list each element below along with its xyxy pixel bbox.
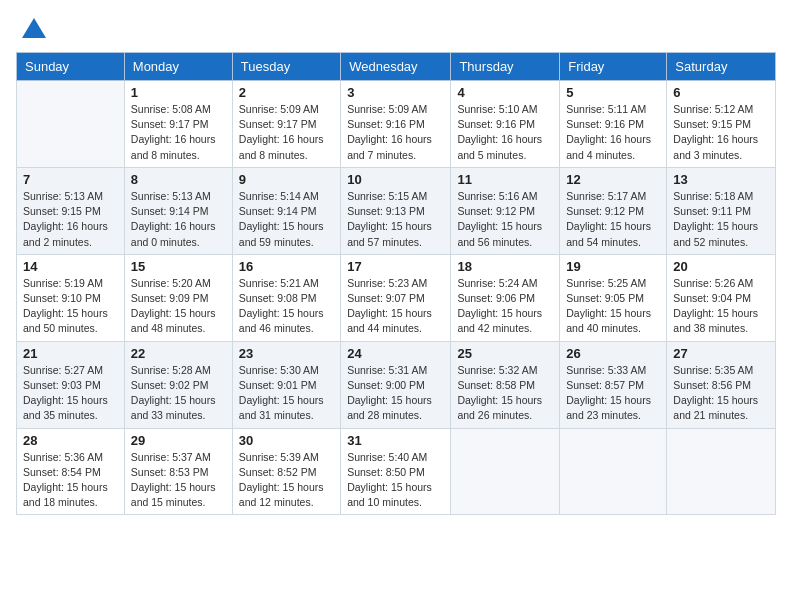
day-number: 28 (23, 433, 118, 448)
page-header (16, 16, 776, 44)
day-info: Sunrise: 5:40 AMSunset: 8:50 PMDaylight:… (347, 450, 444, 511)
day-number: 8 (131, 172, 226, 187)
week-row-2: 7Sunrise: 5:13 AMSunset: 9:15 PMDaylight… (17, 167, 776, 254)
day-info: Sunrise: 5:32 AMSunset: 8:58 PMDaylight:… (457, 363, 553, 424)
day-info: Sunrise: 5:09 AMSunset: 9:16 PMDaylight:… (347, 102, 444, 163)
day-cell: 18Sunrise: 5:24 AMSunset: 9:06 PMDayligh… (451, 254, 560, 341)
day-cell: 12Sunrise: 5:17 AMSunset: 9:12 PMDayligh… (560, 167, 667, 254)
day-cell: 28Sunrise: 5:36 AMSunset: 8:54 PMDayligh… (17, 428, 125, 515)
day-number: 27 (673, 346, 769, 361)
day-info: Sunrise: 5:31 AMSunset: 9:00 PMDaylight:… (347, 363, 444, 424)
week-row-3: 14Sunrise: 5:19 AMSunset: 9:10 PMDayligh… (17, 254, 776, 341)
day-cell: 10Sunrise: 5:15 AMSunset: 9:13 PMDayligh… (341, 167, 451, 254)
day-cell: 15Sunrise: 5:20 AMSunset: 9:09 PMDayligh… (124, 254, 232, 341)
day-info: Sunrise: 5:35 AMSunset: 8:56 PMDaylight:… (673, 363, 769, 424)
day-info: Sunrise: 5:24 AMSunset: 9:06 PMDaylight:… (457, 276, 553, 337)
day-cell (560, 428, 667, 515)
day-cell: 23Sunrise: 5:30 AMSunset: 9:01 PMDayligh… (232, 341, 340, 428)
header-friday: Friday (560, 53, 667, 81)
header-sunday: Sunday (17, 53, 125, 81)
day-info: Sunrise: 5:37 AMSunset: 8:53 PMDaylight:… (131, 450, 226, 511)
day-cell: 20Sunrise: 5:26 AMSunset: 9:04 PMDayligh… (667, 254, 776, 341)
calendar-body: 1Sunrise: 5:08 AMSunset: 9:17 PMDaylight… (17, 81, 776, 515)
day-cell: 21Sunrise: 5:27 AMSunset: 9:03 PMDayligh… (17, 341, 125, 428)
day-cell: 2Sunrise: 5:09 AMSunset: 9:17 PMDaylight… (232, 81, 340, 168)
day-info: Sunrise: 5:27 AMSunset: 9:03 PMDaylight:… (23, 363, 118, 424)
day-number: 21 (23, 346, 118, 361)
day-cell: 13Sunrise: 5:18 AMSunset: 9:11 PMDayligh… (667, 167, 776, 254)
day-number: 3 (347, 85, 444, 100)
day-info: Sunrise: 5:23 AMSunset: 9:07 PMDaylight:… (347, 276, 444, 337)
day-cell: 8Sunrise: 5:13 AMSunset: 9:14 PMDaylight… (124, 167, 232, 254)
day-cell: 11Sunrise: 5:16 AMSunset: 9:12 PMDayligh… (451, 167, 560, 254)
day-info: Sunrise: 5:08 AMSunset: 9:17 PMDaylight:… (131, 102, 226, 163)
day-number: 11 (457, 172, 553, 187)
day-number: 14 (23, 259, 118, 274)
day-cell: 1Sunrise: 5:08 AMSunset: 9:17 PMDaylight… (124, 81, 232, 168)
day-info: Sunrise: 5:26 AMSunset: 9:04 PMDaylight:… (673, 276, 769, 337)
day-cell: 27Sunrise: 5:35 AMSunset: 8:56 PMDayligh… (667, 341, 776, 428)
day-info: Sunrise: 5:12 AMSunset: 9:15 PMDaylight:… (673, 102, 769, 163)
day-info: Sunrise: 5:25 AMSunset: 9:05 PMDaylight:… (566, 276, 660, 337)
day-number: 1 (131, 85, 226, 100)
day-number: 7 (23, 172, 118, 187)
day-info: Sunrise: 5:13 AMSunset: 9:14 PMDaylight:… (131, 189, 226, 250)
logo-icon (20, 16, 48, 44)
day-number: 6 (673, 85, 769, 100)
day-cell (667, 428, 776, 515)
day-info: Sunrise: 5:20 AMSunset: 9:09 PMDaylight:… (131, 276, 226, 337)
day-info: Sunrise: 5:18 AMSunset: 9:11 PMDaylight:… (673, 189, 769, 250)
header-tuesday: Tuesday (232, 53, 340, 81)
logo (16, 16, 48, 44)
day-info: Sunrise: 5:28 AMSunset: 9:02 PMDaylight:… (131, 363, 226, 424)
day-number: 10 (347, 172, 444, 187)
header-monday: Monday (124, 53, 232, 81)
day-number: 4 (457, 85, 553, 100)
day-info: Sunrise: 5:19 AMSunset: 9:10 PMDaylight:… (23, 276, 118, 337)
day-cell (451, 428, 560, 515)
day-number: 20 (673, 259, 769, 274)
day-info: Sunrise: 5:10 AMSunset: 9:16 PMDaylight:… (457, 102, 553, 163)
header-wednesday: Wednesday (341, 53, 451, 81)
day-cell: 3Sunrise: 5:09 AMSunset: 9:16 PMDaylight… (341, 81, 451, 168)
day-number: 12 (566, 172, 660, 187)
day-number: 25 (457, 346, 553, 361)
day-number: 19 (566, 259, 660, 274)
day-number: 15 (131, 259, 226, 274)
day-number: 22 (131, 346, 226, 361)
day-info: Sunrise: 5:09 AMSunset: 9:17 PMDaylight:… (239, 102, 334, 163)
day-number: 2 (239, 85, 334, 100)
day-info: Sunrise: 5:33 AMSunset: 8:57 PMDaylight:… (566, 363, 660, 424)
day-cell: 7Sunrise: 5:13 AMSunset: 9:15 PMDaylight… (17, 167, 125, 254)
day-cell: 19Sunrise: 5:25 AMSunset: 9:05 PMDayligh… (560, 254, 667, 341)
day-cell: 22Sunrise: 5:28 AMSunset: 9:02 PMDayligh… (124, 341, 232, 428)
day-cell: 14Sunrise: 5:19 AMSunset: 9:10 PMDayligh… (17, 254, 125, 341)
day-cell: 4Sunrise: 5:10 AMSunset: 9:16 PMDaylight… (451, 81, 560, 168)
day-cell: 29Sunrise: 5:37 AMSunset: 8:53 PMDayligh… (124, 428, 232, 515)
day-number: 24 (347, 346, 444, 361)
day-number: 5 (566, 85, 660, 100)
header-saturday: Saturday (667, 53, 776, 81)
day-info: Sunrise: 5:30 AMSunset: 9:01 PMDaylight:… (239, 363, 334, 424)
day-number: 26 (566, 346, 660, 361)
day-number: 30 (239, 433, 334, 448)
day-info: Sunrise: 5:13 AMSunset: 9:15 PMDaylight:… (23, 189, 118, 250)
day-number: 16 (239, 259, 334, 274)
day-info: Sunrise: 5:11 AMSunset: 9:16 PMDaylight:… (566, 102, 660, 163)
day-number: 17 (347, 259, 444, 274)
day-cell: 9Sunrise: 5:14 AMSunset: 9:14 PMDaylight… (232, 167, 340, 254)
day-cell: 16Sunrise: 5:21 AMSunset: 9:08 PMDayligh… (232, 254, 340, 341)
day-info: Sunrise: 5:17 AMSunset: 9:12 PMDaylight:… (566, 189, 660, 250)
day-info: Sunrise: 5:39 AMSunset: 8:52 PMDaylight:… (239, 450, 334, 511)
day-number: 31 (347, 433, 444, 448)
day-info: Sunrise: 5:14 AMSunset: 9:14 PMDaylight:… (239, 189, 334, 250)
day-number: 18 (457, 259, 553, 274)
day-number: 13 (673, 172, 769, 187)
calendar-table: SundayMondayTuesdayWednesdayThursdayFrid… (16, 52, 776, 515)
day-cell: 31Sunrise: 5:40 AMSunset: 8:50 PMDayligh… (341, 428, 451, 515)
week-row-5: 28Sunrise: 5:36 AMSunset: 8:54 PMDayligh… (17, 428, 776, 515)
day-info: Sunrise: 5:36 AMSunset: 8:54 PMDaylight:… (23, 450, 118, 511)
day-cell: 26Sunrise: 5:33 AMSunset: 8:57 PMDayligh… (560, 341, 667, 428)
day-number: 9 (239, 172, 334, 187)
week-row-4: 21Sunrise: 5:27 AMSunset: 9:03 PMDayligh… (17, 341, 776, 428)
